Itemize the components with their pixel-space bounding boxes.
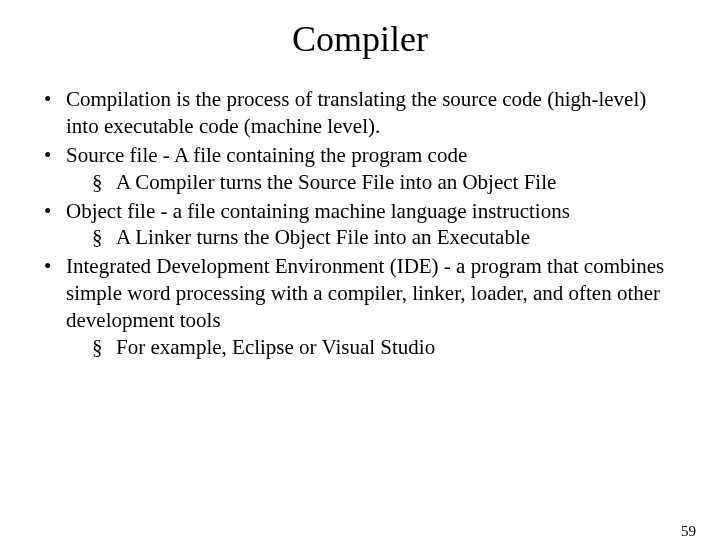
sub-bullet-list: A Compiler turns the Source File into an… [66,169,680,196]
slide: Compiler Compilation is the process of t… [0,18,720,540]
sub-bullet-item: A Linker turns the Object File into an E… [66,224,680,251]
sub-bullet-text: For example, Eclipse or Visual Studio [116,335,435,359]
bullet-item: Integrated Development Environment (IDE)… [40,253,680,361]
sub-bullet-text: A Linker turns the Object File into an E… [116,225,530,249]
bullet-text: Object file - a file containing machine … [66,199,570,223]
sub-bullet-item: A Compiler turns the Source File into an… [66,169,680,196]
slide-body: Compilation is the process of translatin… [0,86,720,361]
bullet-list: Compilation is the process of translatin… [40,86,680,361]
sub-bullet-text: A Compiler turns the Source File into an… [116,170,556,194]
sub-bullet-list: For example, Eclipse or Visual Studio [66,334,680,361]
bullet-item: Object file - a file containing machine … [40,198,680,252]
bullet-text: Source file - A file containing the prog… [66,143,467,167]
slide-title: Compiler [0,18,720,60]
bullet-item: Source file - A file containing the prog… [40,142,680,196]
sub-bullet-item: For example, Eclipse or Visual Studio [66,334,680,361]
bullet-text: Integrated Development Environment (IDE)… [66,254,664,332]
sub-bullet-list: A Linker turns the Object File into an E… [66,224,680,251]
page-number: 59 [681,523,696,540]
bullet-text: Compilation is the process of translatin… [66,87,646,138]
bullet-item: Compilation is the process of translatin… [40,86,680,140]
